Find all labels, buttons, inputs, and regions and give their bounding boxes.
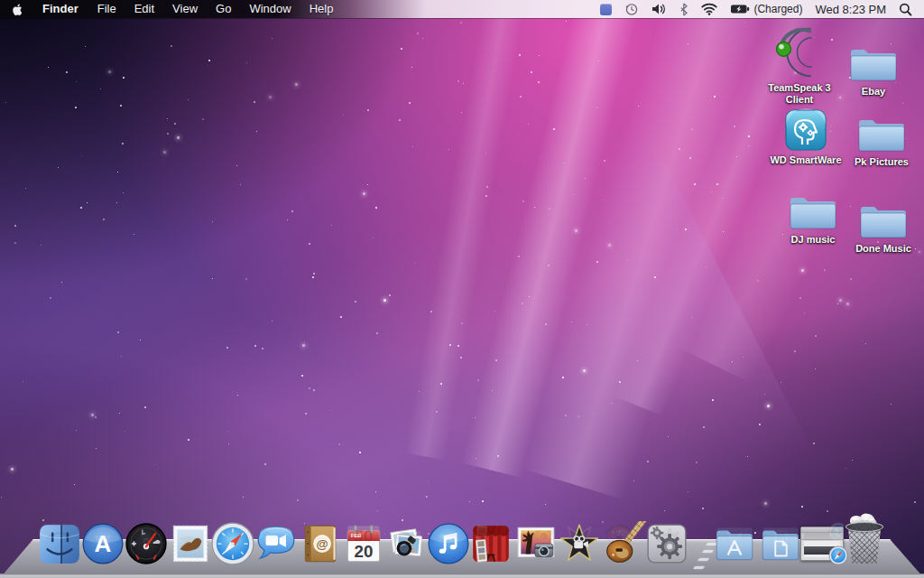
desktop-icon-label: Ebay [862, 86, 885, 98]
volume-icon [651, 3, 667, 15]
dock-item-iphoto[interactable] [513, 521, 559, 566]
dock-item-app-store[interactable]: A A [80, 521, 125, 566]
mail-icon [168, 521, 213, 566]
battery-status-text: (Charged) [753, 3, 802, 15]
imovie-icon [557, 521, 602, 566]
menu-window[interactable]: Window [240, 0, 300, 18]
svg-text:@: @ [316, 537, 328, 551]
safari-icon [210, 521, 255, 566]
folder-icon [857, 202, 910, 240]
aurora-ray [404, 0, 539, 460]
menu-edit[interactable]: Edit [125, 0, 163, 18]
dock-shelf-front [0, 573, 924, 578]
dock-item-itunes[interactable] [426, 521, 471, 566]
ichat-icon [254, 521, 299, 566]
dock-item-finder[interactable] [37, 521, 82, 566]
apple-menu[interactable] [7, 3, 32, 16]
folder-icon [847, 45, 900, 83]
desktop-icon-pk-pictures[interactable]: Pk Pictures [838, 116, 924, 168]
desktop-icon-ebay[interactable]: Ebay [830, 45, 917, 98]
itunes-icon [426, 521, 471, 566]
menu-view[interactable]: View [163, 0, 207, 18]
bluetooth-menu[interactable] [673, 0, 695, 18]
volume-menu[interactable] [645, 0, 673, 18]
clock-menu[interactable]: Wed 8:23 PM [808, 0, 892, 18]
svg-text:FEB: FEB [351, 533, 361, 538]
time-machine-icon [624, 2, 639, 16]
desktop-screen: Finder File Edit View Go Window Help [0, 0, 924, 578]
dock-item-imovie[interactable] [557, 521, 602, 566]
folder-icon [787, 193, 839, 231]
aurora-band [0, 114, 813, 578]
dock-item-garageband[interactable] [603, 521, 648, 566]
documents-folder-icon [758, 521, 803, 566]
apple-logo-icon [13, 3, 24, 16]
finder-icon [37, 521, 82, 566]
menu-finder[interactable]: Finder [32, 0, 88, 18]
aurora-ray [521, 0, 793, 500]
photo-booth-icon [468, 521, 513, 566]
menu-extra-app[interactable] [594, 0, 618, 18]
spotlight-menu[interactable] [892, 0, 919, 18]
dock-item-ichat[interactable] [254, 521, 299, 566]
wd-smartware-icon [784, 108, 827, 152]
bluetooth-icon [679, 3, 688, 16]
desktop-icon-label: WD SmartWare [770, 154, 841, 166]
desktop-icon-label: DJ music [791, 234, 836, 246]
desktop-icon-label: Pk Pictures [855, 156, 909, 168]
garageband-icon [603, 521, 648, 566]
dock-item-preview[interactable] [383, 521, 429, 566]
applications-folder-icon [712, 521, 757, 566]
desktop-icon-label: TeamSpeak 3 Client [762, 82, 837, 106]
menu-bar: Finder File Edit View Go Window Help [0, 0, 924, 18]
dock-item-mail[interactable] [168, 521, 213, 566]
desktop-icon-done-music[interactable]: Done Music [840, 202, 924, 255]
svg-text:A: A [95, 530, 112, 557]
dock: A A [0, 517, 924, 578]
svg-text:20: 20 [355, 542, 374, 561]
iphoto-icon [513, 521, 559, 566]
dashboard-icon [124, 521, 169, 566]
wifi-icon [701, 3, 717, 15]
battery-icon [730, 4, 750, 14]
dock-item-trash[interactable] [843, 517, 886, 566]
desktop-icon-label: Done Music [855, 243, 911, 255]
dock-item-documents-folder[interactable] [758, 521, 803, 566]
spotlight-icon [899, 3, 912, 16]
dock-item-ical[interactable]: FEB 20 FEB 20 [341, 521, 386, 566]
app-store-icon: A [80, 521, 125, 566]
dock-item-minimized-window[interactable] [800, 521, 844, 566]
preview-icon [383, 521, 429, 566]
battery-menu[interactable]: (Charged) [724, 0, 808, 18]
aurora-ray [461, 0, 658, 478]
dock-item-dashboard[interactable] [124, 521, 169, 566]
teamspeak-icon [772, 25, 827, 79]
minimized-window-thumbnail [800, 521, 844, 566]
menu-go[interactable]: Go [207, 0, 240, 18]
address-book-icon: @ [298, 521, 343, 566]
dock-item-address-book[interactable]: @ @ [298, 521, 343, 566]
trash-full-icon [843, 517, 886, 566]
menu-clock: Wed 8:23 PM [815, 3, 886, 16]
dock-item-applications-folder[interactable] [712, 521, 757, 566]
dock-item-safari[interactable] [210, 521, 255, 566]
dock-item-system-preferences[interactable] [644, 521, 689, 566]
wifi-menu[interactable] [695, 0, 724, 18]
desktop-icon-wd-smartware[interactable]: WD SmartWare [762, 108, 849, 166]
dock-item-photo-booth[interactable] [468, 521, 513, 566]
menu-file[interactable]: File [88, 0, 125, 18]
menu-help[interactable]: Help [300, 0, 343, 18]
ical-icon: FEB 20 [341, 521, 386, 566]
system-preferences-icon [644, 521, 689, 566]
folder-icon [855, 116, 908, 154]
blue-square-icon [600, 4, 612, 15]
time-machine-menu[interactable] [618, 0, 645, 18]
